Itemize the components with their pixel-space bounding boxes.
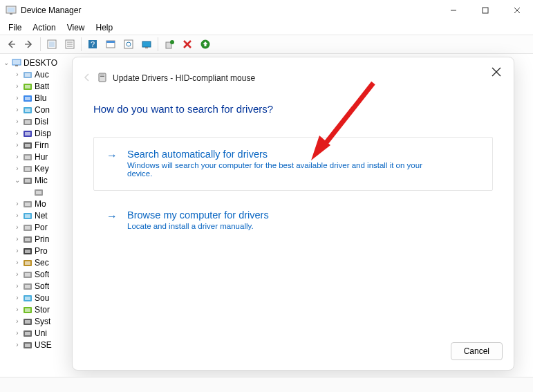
action-button[interactable] — [102, 36, 119, 53]
tree-node[interactable]: Firn — [0, 139, 76, 151]
twisty-icon[interactable] — [12, 235, 22, 243]
tree-node[interactable]: Por — [0, 221, 76, 233]
show-hidden-button[interactable] — [44, 36, 60, 53]
tree-root[interactable]: DESKTO — [0, 57, 76, 68]
svg-rect-16 — [106, 41, 115, 43]
tree-node[interactable]: Hur — [0, 151, 76, 162]
option-search-automatically[interactable]: → Search automatically for drivers Windo… — [93, 137, 493, 191]
dialog-title: Update Drivers - HID-compliant mouse — [113, 73, 255, 83]
device-category-icon — [22, 140, 33, 151]
twisty-icon[interactable] — [12, 71, 22, 78]
device-category-icon — [22, 175, 33, 186]
svg-rect-41 — [25, 144, 30, 147]
twisty-icon[interactable] — [12, 129, 22, 137]
minimize-button[interactable] — [438, 0, 469, 21]
svg-rect-26 — [12, 59, 21, 65]
device-category-icon — [22, 304, 33, 315]
device-category-icon — [33, 187, 44, 198]
uninstall-button[interactable] — [161, 36, 178, 53]
twisty-icon[interactable] — [12, 259, 22, 266]
tree-node[interactable]: Disp — [0, 127, 76, 139]
twisty-icon[interactable] — [12, 141, 22, 149]
cancel-button[interactable]: Cancel — [451, 342, 503, 360]
device-category-icon — [22, 198, 33, 209]
svg-rect-29 — [25, 73, 30, 77]
tree-node-label: Net — [35, 211, 48, 221]
enable-button[interactable] — [197, 36, 214, 53]
menubar: File Action View Help — [0, 21, 533, 35]
tree-node[interactable]: Soft — [0, 268, 76, 280]
device-icon — [97, 73, 109, 84]
svg-rect-45 — [25, 167, 30, 171]
twisty-icon[interactable] — [12, 200, 22, 207]
twisty-icon[interactable] — [12, 294, 22, 301]
tree-node[interactable]: Stor — [0, 304, 76, 315]
svg-rect-31 — [25, 85, 30, 88]
tree-node-label: Batt — [35, 82, 49, 91]
tree-node[interactable]: USE — [0, 339, 76, 351]
update-driver-button[interactable] — [138, 36, 155, 53]
twisty-icon[interactable] — [12, 306, 22, 313]
device-tree[interactable]: DESKTO AucBattBluConDislDispFirnHurKeyMi… — [0, 54, 76, 374]
tree-node[interactable] — [0, 186, 76, 198]
menu-file[interactable]: File — [3, 21, 27, 34]
scan-button[interactable] — [120, 36, 137, 53]
svg-rect-19 — [142, 41, 151, 47]
tree-node-label: Soft — [35, 270, 49, 279]
tree-node-label: Hur — [35, 152, 48, 162]
back-button[interactable] — [3, 36, 19, 53]
tree-node[interactable]: Batt — [0, 80, 76, 92]
twisty-icon[interactable] — [12, 317, 22, 325]
tree-node[interactable]: Prin — [0, 233, 76, 245]
menu-action[interactable]: Action — [27, 21, 61, 34]
option-browse-computer[interactable]: → Browse my computer for drivers Locate … — [93, 205, 493, 235]
update-drivers-dialog: Update Drivers - HID-compliant mouse How… — [72, 57, 514, 371]
tree-node[interactable]: Uni — [0, 327, 76, 339]
twisty-icon[interactable] — [12, 329, 22, 337]
dialog-close-button[interactable] — [489, 64, 504, 80]
svg-rect-8 — [49, 41, 55, 47]
twisty-icon[interactable] — [12, 82, 22, 90]
tree-node[interactable]: Sec — [0, 256, 76, 268]
twisty-icon[interactable] — [12, 212, 22, 219]
twisty-icon[interactable] — [12, 341, 22, 348]
twisty-icon[interactable] — [12, 282, 22, 290]
help-button[interactable]: ? — [84, 36, 101, 53]
twisty-icon[interactable] — [12, 94, 22, 102]
properties-button[interactable] — [62, 36, 78, 53]
tree-node[interactable]: Sou — [0, 292, 76, 304]
tree-node[interactable]: Auc — [0, 68, 76, 80]
tree-node-label: USE — [35, 340, 52, 350]
device-category-icon — [22, 116, 33, 127]
tree-node[interactable]: Net — [0, 209, 76, 221]
tree-node[interactable]: Mic — [0, 174, 76, 186]
svg-rect-2 — [10, 13, 12, 15]
svg-rect-43 — [25, 156, 30, 159]
disable-button[interactable] — [179, 36, 196, 53]
menu-view[interactable]: View — [62, 21, 91, 34]
forward-button[interactable] — [21, 36, 37, 53]
tree-node[interactable]: Blu — [0, 92, 76, 104]
tree-node[interactable]: Disl — [0, 115, 76, 127]
twisty-icon[interactable] — [12, 223, 22, 231]
twisty-icon[interactable] — [12, 176, 22, 184]
tree-node[interactable]: Mo — [0, 198, 76, 209]
tree-node[interactable]: Pro — [0, 245, 76, 256]
tree-node[interactable]: Key — [0, 162, 76, 174]
twisty-icon[interactable] — [12, 153, 22, 160]
twisty-icon[interactable] — [12, 165, 22, 172]
maximize-button[interactable] — [469, 0, 501, 21]
tree-node[interactable]: Syst — [0, 315, 76, 327]
tree-node[interactable]: Soft — [0, 280, 76, 292]
device-category-icon — [22, 128, 33, 139]
svg-rect-61 — [25, 261, 30, 265]
close-button[interactable] — [501, 0, 533, 21]
menu-help[interactable]: Help — [91, 21, 119, 34]
twisty-icon[interactable] — [12, 270, 22, 278]
tree-node[interactable]: Con — [0, 104, 76, 115]
tree-node-label: Firn — [35, 140, 49, 150]
tree-node-label: Sec — [35, 258, 49, 268]
twisty-icon[interactable] — [12, 118, 22, 125]
twisty-icon[interactable] — [12, 247, 22, 254]
twisty-icon[interactable] — [12, 106, 22, 113]
